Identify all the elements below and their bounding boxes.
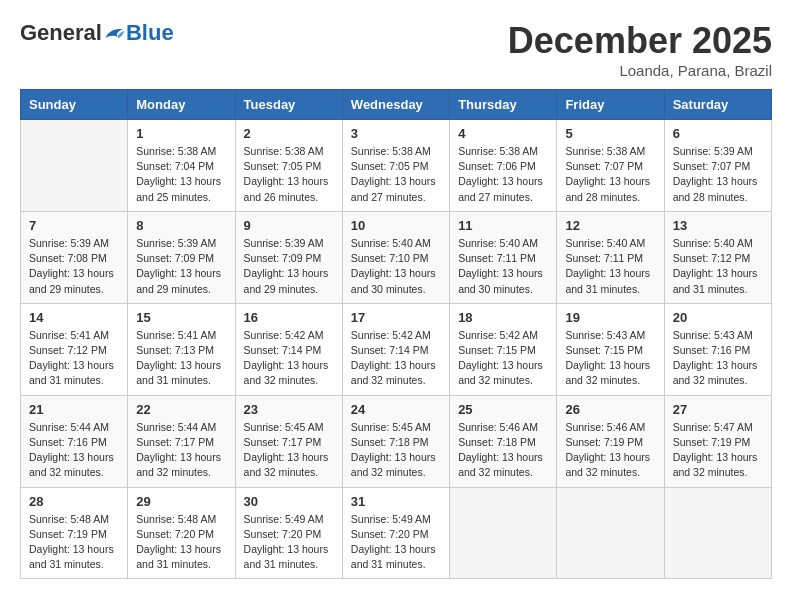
day-info: Sunrise: 5:41 AMSunset: 7:12 PMDaylight:… [29, 328, 119, 389]
day-number: 11 [458, 218, 548, 233]
day-info: Sunrise: 5:41 AMSunset: 7:13 PMDaylight:… [136, 328, 226, 389]
day-info: Sunrise: 5:44 AMSunset: 7:16 PMDaylight:… [29, 420, 119, 481]
calendar-cell: 7Sunrise: 5:39 AMSunset: 7:08 PMDaylight… [21, 211, 128, 303]
day-info: Sunrise: 5:39 AMSunset: 7:09 PMDaylight:… [244, 236, 334, 297]
calendar-cell: 31Sunrise: 5:49 AMSunset: 7:20 PMDayligh… [342, 487, 449, 579]
calendar-subtitle: Loanda, Parana, Brazil [508, 62, 772, 79]
day-info: Sunrise: 5:40 AMSunset: 7:10 PMDaylight:… [351, 236, 441, 297]
day-number: 13 [673, 218, 763, 233]
week-row-1: 1Sunrise: 5:38 AMSunset: 7:04 PMDaylight… [21, 120, 772, 212]
calendar-cell: 26Sunrise: 5:46 AMSunset: 7:19 PMDayligh… [557, 395, 664, 487]
title-block: December 2025 Loanda, Parana, Brazil [508, 20, 772, 79]
calendar-cell: 5Sunrise: 5:38 AMSunset: 7:07 PMDaylight… [557, 120, 664, 212]
day-number: 26 [565, 402, 655, 417]
day-info: Sunrise: 5:47 AMSunset: 7:19 PMDaylight:… [673, 420, 763, 481]
day-info: Sunrise: 5:38 AMSunset: 7:05 PMDaylight:… [244, 144, 334, 205]
day-header-friday: Friday [557, 90, 664, 120]
day-number: 25 [458, 402, 548, 417]
day-info: Sunrise: 5:42 AMSunset: 7:15 PMDaylight:… [458, 328, 548, 389]
day-number: 16 [244, 310, 334, 325]
calendar-table: SundayMondayTuesdayWednesdayThursdayFrid… [20, 89, 772, 579]
day-number: 3 [351, 126, 441, 141]
calendar-cell: 11Sunrise: 5:40 AMSunset: 7:11 PMDayligh… [450, 211, 557, 303]
day-number: 15 [136, 310, 226, 325]
logo-general-text: General [20, 20, 102, 46]
calendar-cell: 27Sunrise: 5:47 AMSunset: 7:19 PMDayligh… [664, 395, 771, 487]
day-number: 29 [136, 494, 226, 509]
day-number: 8 [136, 218, 226, 233]
day-number: 19 [565, 310, 655, 325]
day-info: Sunrise: 5:49 AMSunset: 7:20 PMDaylight:… [244, 512, 334, 573]
day-info: Sunrise: 5:42 AMSunset: 7:14 PMDaylight:… [244, 328, 334, 389]
calendar-cell: 19Sunrise: 5:43 AMSunset: 7:15 PMDayligh… [557, 303, 664, 395]
day-number: 30 [244, 494, 334, 509]
day-info: Sunrise: 5:39 AMSunset: 7:07 PMDaylight:… [673, 144, 763, 205]
day-header-monday: Monday [128, 90, 235, 120]
day-info: Sunrise: 5:45 AMSunset: 7:18 PMDaylight:… [351, 420, 441, 481]
calendar-cell: 29Sunrise: 5:48 AMSunset: 7:20 PMDayligh… [128, 487, 235, 579]
calendar-title: December 2025 [508, 20, 772, 62]
day-info: Sunrise: 5:46 AMSunset: 7:18 PMDaylight:… [458, 420, 548, 481]
day-number: 21 [29, 402, 119, 417]
calendar-cell [664, 487, 771, 579]
day-number: 31 [351, 494, 441, 509]
calendar-cell: 23Sunrise: 5:45 AMSunset: 7:17 PMDayligh… [235, 395, 342, 487]
day-info: Sunrise: 5:46 AMSunset: 7:19 PMDaylight:… [565, 420, 655, 481]
day-info: Sunrise: 5:43 AMSunset: 7:16 PMDaylight:… [673, 328, 763, 389]
day-header-tuesday: Tuesday [235, 90, 342, 120]
day-info: Sunrise: 5:38 AMSunset: 7:05 PMDaylight:… [351, 144, 441, 205]
day-info: Sunrise: 5:42 AMSunset: 7:14 PMDaylight:… [351, 328, 441, 389]
calendar-cell: 16Sunrise: 5:42 AMSunset: 7:14 PMDayligh… [235, 303, 342, 395]
day-number: 27 [673, 402, 763, 417]
days-header-row: SundayMondayTuesdayWednesdayThursdayFrid… [21, 90, 772, 120]
day-number: 28 [29, 494, 119, 509]
day-number: 17 [351, 310, 441, 325]
calendar-cell: 25Sunrise: 5:46 AMSunset: 7:18 PMDayligh… [450, 395, 557, 487]
calendar-cell: 17Sunrise: 5:42 AMSunset: 7:14 PMDayligh… [342, 303, 449, 395]
day-number: 24 [351, 402, 441, 417]
day-number: 7 [29, 218, 119, 233]
calendar-cell: 9Sunrise: 5:39 AMSunset: 7:09 PMDaylight… [235, 211, 342, 303]
calendar-cell: 1Sunrise: 5:38 AMSunset: 7:04 PMDaylight… [128, 120, 235, 212]
day-info: Sunrise: 5:43 AMSunset: 7:15 PMDaylight:… [565, 328, 655, 389]
day-info: Sunrise: 5:45 AMSunset: 7:17 PMDaylight:… [244, 420, 334, 481]
calendar-cell: 15Sunrise: 5:41 AMSunset: 7:13 PMDayligh… [128, 303, 235, 395]
page-header: General Blue December 2025 Loanda, Paran… [20, 20, 772, 79]
day-number: 22 [136, 402, 226, 417]
calendar-cell: 18Sunrise: 5:42 AMSunset: 7:15 PMDayligh… [450, 303, 557, 395]
day-header-thursday: Thursday [450, 90, 557, 120]
calendar-cell: 30Sunrise: 5:49 AMSunset: 7:20 PMDayligh… [235, 487, 342, 579]
week-row-2: 7Sunrise: 5:39 AMSunset: 7:08 PMDaylight… [21, 211, 772, 303]
day-info: Sunrise: 5:38 AMSunset: 7:07 PMDaylight:… [565, 144, 655, 205]
day-info: Sunrise: 5:48 AMSunset: 7:20 PMDaylight:… [136, 512, 226, 573]
calendar-cell: 3Sunrise: 5:38 AMSunset: 7:05 PMDaylight… [342, 120, 449, 212]
calendar-cell: 28Sunrise: 5:48 AMSunset: 7:19 PMDayligh… [21, 487, 128, 579]
day-number: 4 [458, 126, 548, 141]
logo: General Blue [20, 20, 174, 46]
calendar-cell: 24Sunrise: 5:45 AMSunset: 7:18 PMDayligh… [342, 395, 449, 487]
calendar-cell: 8Sunrise: 5:39 AMSunset: 7:09 PMDaylight… [128, 211, 235, 303]
day-header-sunday: Sunday [21, 90, 128, 120]
calendar-cell: 14Sunrise: 5:41 AMSunset: 7:12 PMDayligh… [21, 303, 128, 395]
week-row-5: 28Sunrise: 5:48 AMSunset: 7:19 PMDayligh… [21, 487, 772, 579]
calendar-cell [450, 487, 557, 579]
calendar-cell: 10Sunrise: 5:40 AMSunset: 7:10 PMDayligh… [342, 211, 449, 303]
day-number: 23 [244, 402, 334, 417]
calendar-cell: 6Sunrise: 5:39 AMSunset: 7:07 PMDaylight… [664, 120, 771, 212]
day-info: Sunrise: 5:38 AMSunset: 7:04 PMDaylight:… [136, 144, 226, 205]
day-number: 6 [673, 126, 763, 141]
week-row-4: 21Sunrise: 5:44 AMSunset: 7:16 PMDayligh… [21, 395, 772, 487]
day-info: Sunrise: 5:48 AMSunset: 7:19 PMDaylight:… [29, 512, 119, 573]
day-info: Sunrise: 5:49 AMSunset: 7:20 PMDaylight:… [351, 512, 441, 573]
day-header-saturday: Saturday [664, 90, 771, 120]
day-number: 18 [458, 310, 548, 325]
day-info: Sunrise: 5:40 AMSunset: 7:12 PMDaylight:… [673, 236, 763, 297]
day-number: 20 [673, 310, 763, 325]
logo-bird-icon [104, 24, 126, 42]
day-number: 9 [244, 218, 334, 233]
day-number: 14 [29, 310, 119, 325]
day-info: Sunrise: 5:40 AMSunset: 7:11 PMDaylight:… [565, 236, 655, 297]
day-header-wednesday: Wednesday [342, 90, 449, 120]
calendar-cell [21, 120, 128, 212]
day-info: Sunrise: 5:44 AMSunset: 7:17 PMDaylight:… [136, 420, 226, 481]
